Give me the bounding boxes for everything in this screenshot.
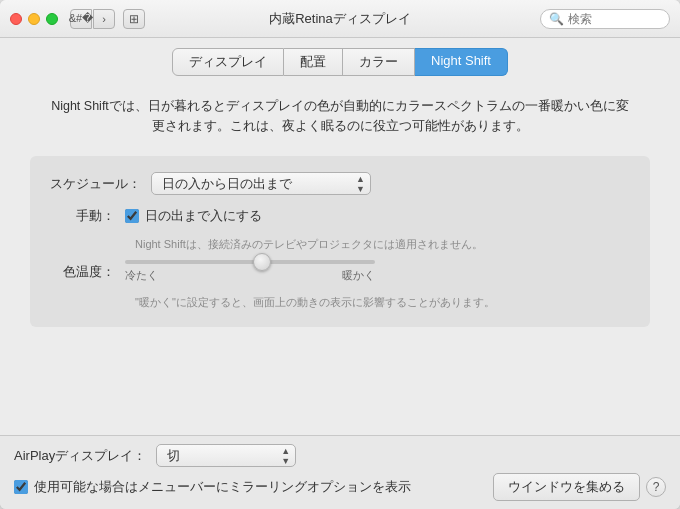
close-button[interactable] (10, 13, 22, 25)
schedule-select-wrapper: 日の入から日の出まで ▲ ▼ (151, 172, 371, 195)
schedule-row: スケジュール： 日の入から日の出まで ▲ ▼ (50, 172, 630, 195)
tab-display[interactable]: ディスプレイ (172, 48, 284, 76)
maximize-button[interactable] (46, 13, 58, 25)
search-icon: 🔍 (549, 12, 564, 26)
airplay-row: AirPlayディスプレイ： 切 ▲ ▼ (14, 444, 666, 467)
tab-nightshift[interactable]: Night Shift (415, 48, 508, 76)
bottom-bar: AirPlayディスプレイ： 切 ▲ ▼ 使用可能な場合はメニューバーにミラーリ… (0, 435, 680, 509)
tabs-bar: ディスプレイ 配置 カラー Night Shift (0, 38, 680, 76)
temp-warm-label: 暖かく (342, 268, 375, 283)
nav-buttons: &#� › (70, 9, 115, 29)
airplay-select[interactable]: 切 (156, 444, 296, 467)
manual-row: 手動： 日の出まで入にする (50, 207, 630, 225)
manual-checkbox-label: 日の出まで入にする (145, 207, 262, 225)
bottom-buttons: ウインドウを集める ? (493, 473, 666, 501)
tab-arrangement[interactable]: 配置 (284, 48, 343, 76)
tab-color[interactable]: カラー (343, 48, 415, 76)
titlebar: &#� › ⊞ 内蔵Retinaディスプレイ 🔍 (0, 0, 680, 38)
help-button[interactable]: ? (646, 477, 666, 497)
airplay-label: AirPlayディスプレイ： (14, 447, 146, 465)
forward-button[interactable]: › (93, 9, 115, 29)
mirror-label: 使用可能な場合はメニューバーにミラーリングオプションを表示 (34, 478, 411, 496)
back-button[interactable]: &#� (70, 9, 92, 29)
search-input[interactable] (568, 12, 661, 26)
manual-note: Night Shiftは、接続済みのテレビやプロジェクタには適用されません。 (135, 237, 630, 252)
search-box[interactable]: 🔍 (540, 9, 670, 29)
temp-cool-label: 冷たく (125, 268, 158, 283)
window: &#� › ⊞ 内蔵Retinaディスプレイ 🔍 ディスプレイ 配置 カラー N… (0, 0, 680, 509)
bottom-bottom-row: 使用可能な場合はメニューバーにミラーリングオプションを表示 ウインドウを集める … (14, 473, 666, 501)
schedule-select[interactable]: 日の入から日の出まで (151, 172, 371, 195)
mirror-checkbox[interactable] (14, 480, 28, 494)
window-title: 内蔵Retinaディスプレイ (269, 10, 411, 28)
mirror-checkbox-row: 使用可能な場合はメニューバーにミラーリングオプションを表示 (14, 478, 493, 496)
slider-labels: 冷たく 暖かく (125, 268, 375, 283)
temperature-row: 色温度： 冷たく 暖かく (50, 260, 630, 283)
temperature-slider[interactable] (125, 260, 375, 264)
content: Night Shiftでは、日が暮れるとディスプレイの色が自動的にカラースペクト… (0, 76, 680, 435)
grid-button[interactable]: ⊞ (123, 9, 145, 29)
manual-label: 手動： (50, 207, 125, 225)
gather-windows-button[interactable]: ウインドウを集める (493, 473, 640, 501)
manual-checkbox-row: 日の出まで入にする (125, 207, 262, 225)
form-section: スケジュール： 日の入から日の出まで ▲ ▼ 手動： 日の出まで入にする (30, 156, 650, 327)
nightshift-description: Night Shiftでは、日が暮れるとディスプレイの色が自動的にカラースペクト… (30, 96, 650, 136)
minimize-button[interactable] (28, 13, 40, 25)
airplay-select-wrapper: 切 ▲ ▼ (156, 444, 296, 467)
schedule-label: スケジュール： (50, 175, 151, 193)
temperature-label: 色温度： (50, 263, 125, 281)
traffic-lights (10, 13, 58, 25)
temperature-note: "暖かく"に設定すると、画面上の動きの表示に影響することがあります。 (135, 295, 630, 310)
manual-checkbox[interactable] (125, 209, 139, 223)
temperature-slider-container: 冷たく 暖かく (125, 260, 375, 283)
